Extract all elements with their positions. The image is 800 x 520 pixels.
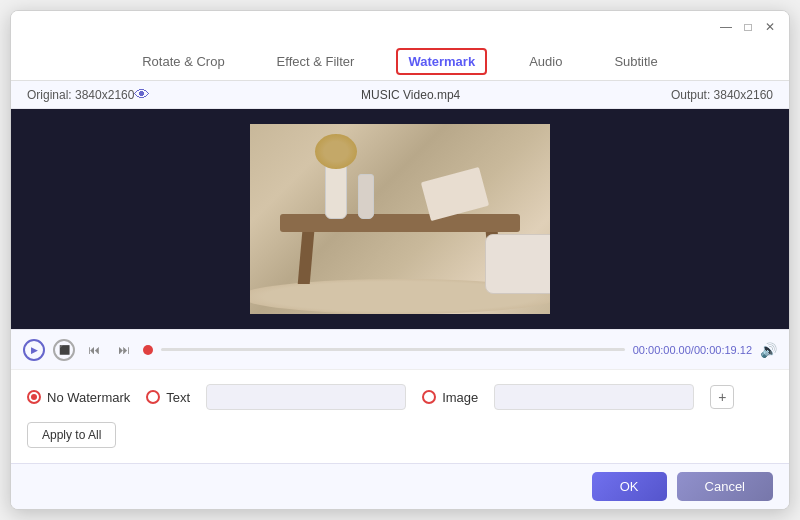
tab-watermark[interactable]: Watermark [396,48,487,75]
progress-area [143,345,625,355]
filename-label: MUSIC Video.mp4 [150,88,670,102]
watermark-controls: No Watermark Text Image + Apply to All [11,369,789,458]
vase-decoration [325,164,347,219]
cancel-button[interactable]: Cancel [677,472,773,501]
prev-button[interactable]: ⏮ [83,339,105,361]
minimize-button[interactable]: — [719,20,733,34]
text-input[interactable] [206,384,406,410]
image-option[interactable]: Image [422,390,478,405]
controls-bar: ▶ ⬛ ⏮ ⏭ 00:00:00.00/00:00:19.12 🔊 [11,329,789,369]
volume-icon[interactable]: 🔊 [760,342,777,358]
eye-icon[interactable]: 👁 [134,86,150,104]
video-thumbnail [250,124,550,314]
image-radio[interactable] [422,390,436,404]
no-watermark-label: No Watermark [47,390,130,405]
footer: OK Cancel [11,463,789,509]
info-bar: Original: 3840x2160 👁 MUSIC Video.mp4 Ou… [11,81,789,109]
table-decoration [280,214,520,284]
image-input[interactable] [494,384,694,410]
vase2-decoration [358,174,374,219]
no-watermark-radio[interactable] [27,390,41,404]
close-button[interactable]: ✕ [763,20,777,34]
progress-dot[interactable] [143,345,153,355]
add-image-button[interactable]: + [710,385,734,409]
book-decoration [421,167,489,221]
title-bar: — □ ✕ [11,11,789,43]
video-area [11,109,789,329]
table-top [280,214,520,232]
tabs-bar: Rotate & Crop Effect & Filter Watermark … [11,43,789,81]
tab-subtitle[interactable]: Subtitle [604,48,667,75]
text-option[interactable]: Text [146,390,190,405]
output-resolution: Output: 3840x2160 [671,88,773,102]
text-label: Text [166,390,190,405]
tab-effect[interactable]: Effect & Filter [267,48,365,75]
tab-audio[interactable]: Audio [519,48,572,75]
original-resolution: Original: 3840x2160 [27,88,134,102]
image-label: Image [442,390,478,405]
tab-rotate[interactable]: Rotate & Crop [132,48,234,75]
maximize-button[interactable]: □ [741,20,755,34]
ok-button[interactable]: OK [592,472,667,501]
stop-button[interactable]: ⬛ [53,339,75,361]
apply-to-all-button[interactable]: Apply to All [27,422,116,448]
table-leg-left [298,232,315,284]
vase-body [325,164,347,219]
no-watermark-option[interactable]: No Watermark [27,390,130,405]
main-window: — □ ✕ Rotate & Crop Effect & Filter Wate… [10,10,790,510]
sofa-decoration [485,234,550,294]
text-radio[interactable] [146,390,160,404]
window-controls: — □ ✕ [719,20,777,34]
video-frame [250,124,550,314]
play-button[interactable]: ▶ [23,339,45,361]
next-button[interactable]: ⏭ [113,339,135,361]
plant-top [315,134,357,169]
time-display: 00:00:00.00/00:00:19.12 [633,344,752,356]
watermark-options-row: No Watermark Text Image + [27,384,773,410]
progress-track[interactable] [161,348,625,351]
